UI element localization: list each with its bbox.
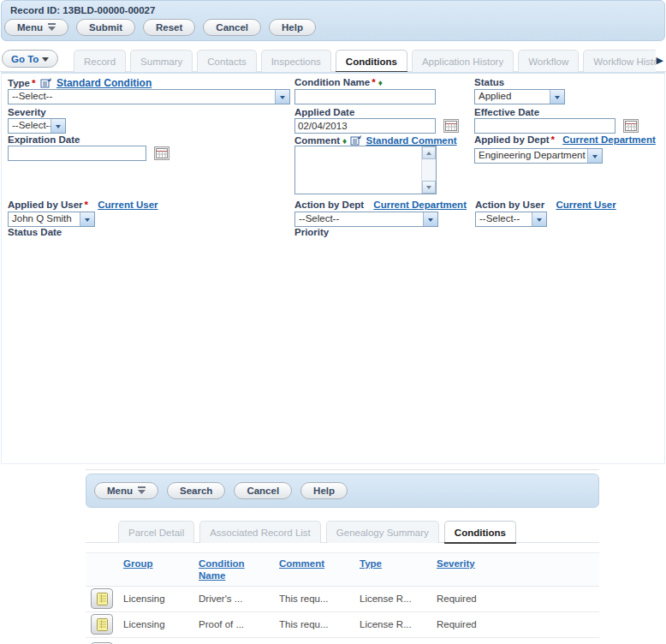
action-by-user-label: Action by User <box>475 200 544 210</box>
action-by-user-select[interactable]: --Select-- <box>475 212 547 227</box>
current-department-link-2[interactable]: Current Department <box>373 200 467 210</box>
type-label-row: Type* Standard Condition <box>8 77 152 90</box>
priority-label: Priority <box>294 227 329 237</box>
type-select-arrow-icon <box>275 90 289 104</box>
standard-comment-link[interactable]: Standard Comment <box>366 135 457 146</box>
applied-date-label-row: Applied Date <box>294 107 354 117</box>
reset-button[interactable]: Reset <box>143 19 195 36</box>
popup-tab-parcel-detail[interactable]: Parcel Detail <box>118 521 194 543</box>
status-select-value: Applied <box>475 90 550 104</box>
tab-workflow-history[interactable]: Workflow History <box>583 50 656 72</box>
tab-application-history[interactable]: Application History <box>412 50 514 72</box>
toolbar-buttons: Menu Submit Reset Cancel Help <box>2 15 664 36</box>
goto-button[interactable]: Go To <box>2 50 58 68</box>
expiration-date-label: Expiration Date <box>8 134 80 145</box>
action-by-dept-select[interactable]: --Select-- <box>294 212 438 227</box>
expiration-date-calendar-icon[interactable] <box>154 146 169 160</box>
popup-help-button[interactable]: Help <box>300 482 348 499</box>
column-header-condition-name[interactable]: Condition Name <box>199 558 267 582</box>
column-header-group[interactable]: Group <box>123 558 192 569</box>
type-required-mark: * <box>32 78 35 88</box>
popup-search-button[interactable]: Search <box>167 482 225 499</box>
condition-document-icon[interactable] <box>91 588 113 609</box>
conditions-table: Group Condition Name Comment Type Severi… <box>86 552 599 644</box>
type-select[interactable]: --Select-- <box>8 89 290 104</box>
condition-name-label: Condition Name <box>294 77 370 87</box>
effective-date-label-row: Effective Date <box>474 107 539 117</box>
applied-date-input[interactable] <box>294 118 436 134</box>
applied-by-user-select[interactable]: John Q Smith <box>8 212 95 227</box>
popup-tab-conditions[interactable]: Conditions <box>444 521 516 543</box>
tab-record[interactable]: Record <box>74 50 126 72</box>
popup-toolbar: Menu Search Cancel Help <box>86 474 599 508</box>
effective-date-label: Effective Date <box>474 107 539 117</box>
tab-conditions[interactable]: Conditions <box>336 50 407 72</box>
popup-menu-button[interactable]: Menu <box>94 482 158 499</box>
comment-flag-mark: ♦ <box>342 136 347 146</box>
tab-contacts[interactable]: Contacts <box>197 50 256 72</box>
cancel-button[interactable]: Cancel <box>203 19 261 36</box>
applied-by-dept-select[interactable]: Engineering Department <box>474 148 603 164</box>
popup-cancel-button[interactable]: Cancel <box>234 482 292 499</box>
applied-by-user-label-row: Applied by User* Current User <box>8 200 158 210</box>
expiration-date-label-row: Expiration Date <box>8 134 80 145</box>
tab-scroll-right-icon[interactable]: ▶ <box>657 55 663 66</box>
comment-scrollbar[interactable] <box>421 146 436 194</box>
condition-document-icon[interactable] <box>91 614 113 635</box>
tab-workflow[interactable]: Workflow <box>518 50 579 72</box>
applied-by-user-select-arrow-icon <box>80 212 94 226</box>
help-button[interactable]: Help <box>269 19 316 36</box>
conditions-table-header: Group Condition Name Comment Type Severi… <box>86 552 599 587</box>
applied-by-dept-label-row: Applied by Dept* Current Department <box>474 134 656 145</box>
type-label: Type <box>8 78 30 88</box>
severity-select[interactable]: --Select-- <box>8 118 66 134</box>
cell-comment: This requ... <box>279 593 360 604</box>
current-department-link-1[interactable]: Current Department <box>562 134 656 145</box>
applied-by-dept-select-arrow-icon <box>587 149 602 163</box>
action-by-user-label-row: Action by User Current User <box>475 200 616 210</box>
app-window: Record ID: 13BLD-00000-00027 Menu Submit… <box>0 0 666 644</box>
applied-date-calendar-icon[interactable] <box>443 119 459 133</box>
conditions-popup: Menu Search Cancel Help Parcel Detail As… <box>86 469 599 644</box>
status-date-label-row: Status Date <box>8 227 62 237</box>
goto-label: Go To <box>11 54 39 64</box>
cell-group: Licensing <box>123 593 199 604</box>
current-user-link-2[interactable]: Current User <box>556 200 615 210</box>
goto-dropdown-icon <box>42 54 49 64</box>
standard-condition-link[interactable]: Standard Condition <box>56 77 152 89</box>
action-by-user-select-arrow-icon <box>532 212 546 226</box>
column-header-type[interactable]: Type <box>360 558 428 569</box>
popup-tabs: Parcel Detail Associated Record List Gen… <box>118 520 516 543</box>
tab-inspections[interactable]: Inspections <box>261 50 331 72</box>
main-tabbar: Go To Record Summary Contacts Inspection… <box>0 49 666 72</box>
expiration-date-input[interactable] <box>8 146 146 161</box>
menu-button[interactable]: Menu <box>4 19 68 36</box>
menu-dropdown-icon <box>48 22 56 33</box>
popup-menu-button-label: Menu <box>107 486 133 496</box>
condition-name-flag-mark: ♦ <box>378 78 383 87</box>
cell-type: License R... <box>360 619 437 629</box>
scroll-down-icon[interactable] <box>422 181 436 194</box>
severity-label: Severity <box>8 107 46 117</box>
comment-textarea[interactable] <box>294 146 437 194</box>
condition-name-input[interactable] <box>294 89 436 104</box>
popup-tab-associated-record-list[interactable]: Associated Record List <box>199 521 321 543</box>
submit-button[interactable]: Submit <box>76 19 135 36</box>
effective-date-calendar-icon[interactable] <box>623 119 639 133</box>
status-select[interactable]: Applied <box>474 89 565 104</box>
current-user-link-1[interactable]: Current User <box>98 200 158 210</box>
tab-summary[interactable]: Summary <box>130 50 193 72</box>
cell-group: Licensing <box>123 619 199 629</box>
popup-tab-genealogy-summary[interactable]: Genealogy Summary <box>326 521 439 543</box>
column-header-comment[interactable]: Comment <box>279 558 348 569</box>
severity-select-value: --Select-- <box>9 119 51 133</box>
effective-date-input[interactable] <box>474 118 615 134</box>
column-header-severity[interactable]: Severity <box>437 558 505 569</box>
scroll-up-icon[interactable] <box>422 146 436 159</box>
record-id: Record ID: 13BLD-00000-00027 <box>2 1 664 15</box>
action-by-dept-label-row: Action by Dept Current Department <box>294 200 467 210</box>
table-row: Licensing Proof of ... This requ... Lice… <box>86 612 599 638</box>
popup-menu-dropdown-icon <box>138 486 146 496</box>
applied-by-user-required-mark: * <box>85 200 88 210</box>
action-by-dept-select-value: --Select-- <box>295 212 423 226</box>
